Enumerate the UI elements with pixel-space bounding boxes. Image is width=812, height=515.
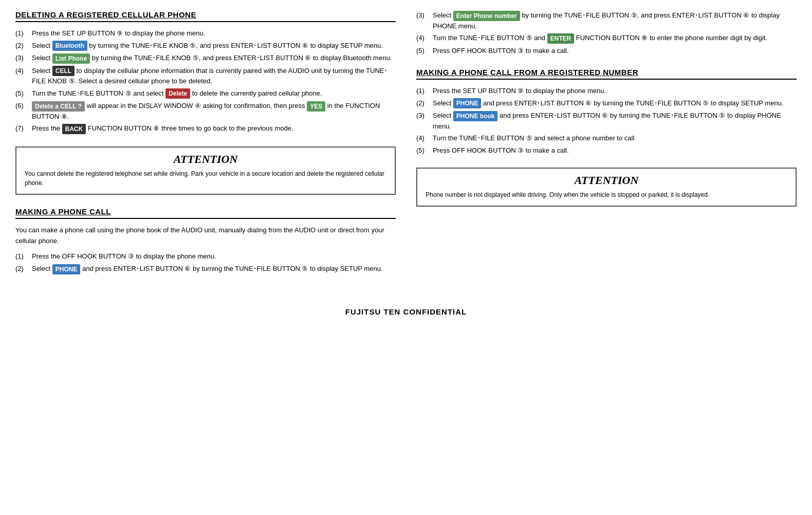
list-item: (1) Press the OFF HOOK BUTTON ③ to displ…: [15, 251, 396, 262]
list-item: (6) Delete a CELL ? will appear in the D…: [15, 101, 396, 121]
list-item: (5) Press OFF HOOK BUTTON ③ to make a ca…: [416, 145, 797, 156]
footer-text: FUJITSU TEN CONFIDENTIAL: [345, 307, 467, 316]
phone-call-cont-steps: (3) Select Enter Phone number by turning…: [416, 10, 797, 56]
step-num: (1): [15, 251, 30, 262]
step-num: (2): [416, 98, 431, 109]
badge-delete: Delete: [165, 88, 190, 99]
step-num: (4): [416, 33, 431, 44]
right-column: (3) Select Enter Phone number by turning…: [416, 10, 797, 287]
step-num: (2): [15, 41, 30, 51]
list-item: (5) Press OFF HOOK BUTTON ③ to make a ca…: [416, 46, 797, 56]
left-column: DELETING A REGISTERED CELLULAR PHONE (1)…: [15, 10, 396, 287]
step-num: (4): [416, 133, 431, 143]
step-num: (1): [416, 86, 431, 96]
step-num: (6): [15, 101, 30, 121]
step-content: Turn the TUNE･FILE BUTTON ⑤ and ENTER FU…: [433, 33, 797, 44]
step-content: Select Bluetooth by turning the TUNE･FIL…: [32, 41, 396, 51]
step-num: (7): [15, 123, 30, 134]
badge-list-phone: List Phone: [52, 53, 90, 64]
step-content: Select List Phone by turning the TUNE･FI…: [32, 53, 396, 64]
list-item: (1) Press the SET UP BUTTON ⑨ to display…: [416, 86, 797, 96]
list-item: (7) Press the BACK FUNCTION BUTTON ⑧ thr…: [15, 123, 396, 134]
section-phone-call-title: MAKING A PHONE CALL: [15, 207, 396, 219]
badge-delete-cell: Delete a CELL ?: [32, 101, 85, 112]
step-content: Select PHONE book and press ENTER･LIST B…: [433, 111, 797, 131]
section-registered-title: MAKING A PHONE CALL FROM A REGISTERED NU…: [416, 68, 797, 80]
step-num: (5): [416, 46, 431, 56]
phone-call-steps: (1) Press the OFF HOOK BUTTON ③ to displ…: [15, 251, 396, 274]
badge-phone-book: PHONE book: [453, 111, 498, 121]
attention-title-1: ATTENTION: [25, 153, 386, 166]
step-num: (3): [416, 10, 431, 31]
list-item: (1) Press the SET UP BUTTON ⑨ to display…: [15, 28, 396, 39]
section-phone-call-cont: (3) Select Enter Phone number by turning…: [416, 10, 797, 56]
attention-box-2: ATTENTION Phone number is not displayed …: [416, 168, 797, 207]
list-item: (4) Turn the TUNE･FILE BUTTON ⑤ and ENTE…: [416, 33, 797, 44]
step-num: (1): [15, 28, 30, 39]
phone-call-intro: You can make a phone call using the phon…: [15, 225, 396, 247]
step-content: Press OFF HOOK BUTTON ③ to make a call.: [433, 46, 797, 56]
list-item: (4) Select CELL to display the cellular …: [15, 66, 396, 86]
step-content: Select PHONE and press ENTER･LIST BUTTON…: [433, 98, 797, 109]
registered-steps: (1) Press the SET UP BUTTON ⑨ to display…: [416, 86, 797, 155]
step-content: Turn the TUNE･FILE BUTTON ⑤ and select a…: [433, 133, 797, 143]
list-item: (3) Select PHONE book and press ENTER･LI…: [416, 111, 797, 131]
badge-enter-phone: Enter Phone number: [453, 11, 520, 21]
list-item: (2) Select PHONE and press ENTER･LIST BU…: [416, 98, 797, 109]
section-registered-number: MAKING A PHONE CALL FROM A REGISTERED NU…: [416, 68, 797, 155]
attention-box-1: ATTENTION You cannot delete the register…: [15, 146, 396, 195]
section-phone-call: MAKING A PHONE CALL You can make a phone…: [15, 207, 396, 274]
step-num: (2): [15, 264, 30, 274]
list-item: (2) Select PHONE and press ENTER･LIST BU…: [15, 264, 396, 274]
attention-body-1: You cannot delete the registered telepho…: [25, 169, 386, 188]
list-item: (4) Turn the TUNE･FILE BUTTON ⑤ and sele…: [416, 133, 797, 143]
list-item: (5) Turn the TUNE･FILE BUTTON ⑤ and sele…: [15, 88, 396, 99]
list-item: (2) Select Bluetooth by turning the TUNE…: [15, 41, 396, 51]
step-num: (5): [416, 145, 431, 156]
section-delete: DELETING A REGISTERED CELLULAR PHONE (1)…: [15, 10, 396, 134]
footer: FUJITSU TEN CONFIDENTIAL: [15, 307, 797, 316]
delete-steps-list: (1) Press the SET UP BUTTON ⑨ to display…: [15, 28, 396, 134]
step-num: (3): [416, 111, 431, 131]
step-content: Press OFF HOOK BUTTON ③ to make a call.: [433, 145, 797, 156]
badge-phone: PHONE: [52, 264, 81, 274]
badge-bluetooth: Bluetooth: [52, 41, 87, 51]
step-num: (3): [15, 53, 30, 64]
attention-body-2: Phone number is not displayed while driv…: [426, 190, 787, 199]
badge-enter: ENTER: [547, 33, 575, 44]
badge-back: BACK: [62, 124, 86, 134]
step-num: (5): [15, 88, 30, 99]
step-content: Delete a CELL ? will appear in the DISLA…: [32, 101, 396, 121]
step-num: (4): [15, 66, 30, 86]
list-item: (3) Select List Phone by turning the TUN…: [15, 53, 396, 64]
step-content: Select Enter Phone number by turning the…: [433, 10, 797, 31]
section-delete-title: DELETING A REGISTERED CELLULAR PHONE: [15, 10, 396, 22]
step-content: Select PHONE and press ENTER･LIST BUTTON…: [32, 264, 396, 274]
step-content: Press the OFF HOOK BUTTON ③ to display t…: [32, 251, 396, 262]
attention-title-2: ATTENTION: [426, 174, 787, 187]
step-content: Select CELL to display the cellular phon…: [32, 66, 396, 86]
step-content: Turn the TUNE･FILE BUTTON ⑤ and select D…: [32, 88, 396, 99]
step-content: Press the BACK FUNCTION BUTTON ⑧ three t…: [32, 123, 396, 134]
list-item: (3) Select Enter Phone number by turning…: [416, 10, 797, 31]
step-content: Press the SET UP BUTTON ⑨ to display the…: [32, 28, 396, 39]
step-content: Press the SET UP BUTTON ⑨ to display the…: [433, 86, 797, 96]
badge-phone-2: PHONE: [453, 98, 482, 108]
badge-yes: YES: [307, 101, 325, 112]
badge-cell: CELL: [52, 66, 75, 76]
